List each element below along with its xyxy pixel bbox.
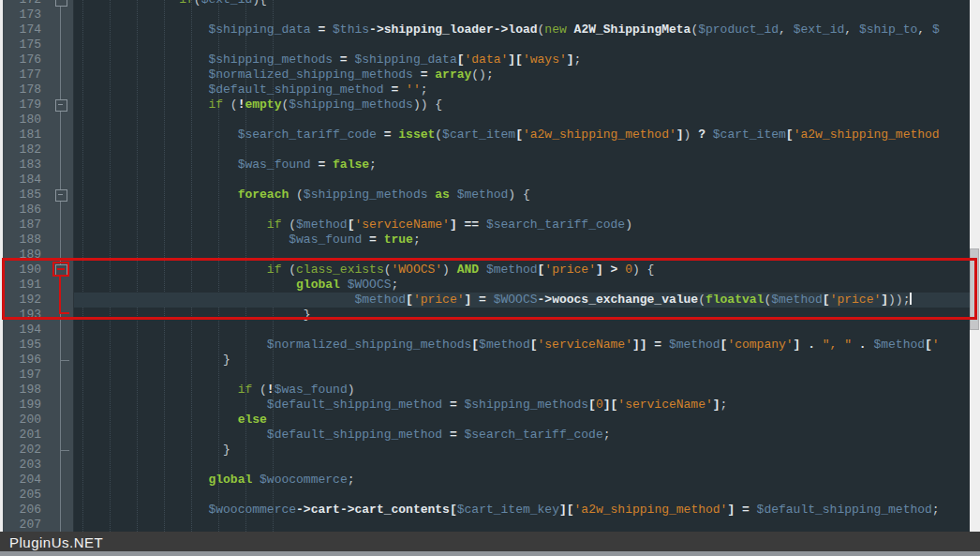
- code-line[interactable]: 201 $default_shipping_method = $search_t…: [0, 428, 970, 443]
- code-line[interactable]: 175: [0, 38, 970, 53]
- annotation-rectangle: [2, 258, 977, 320]
- annotation-fold-line: [59, 275, 61, 314]
- code-text: $default_shipping_method = $search_tarif…: [77, 428, 611, 443]
- footer-bottom-strip: [0, 551, 980, 556]
- annotation-fold-corner: [59, 312, 69, 314]
- code-line[interactable]: 173: [0, 8, 970, 23]
- code-line[interactable]: 184: [0, 173, 970, 188]
- code-line[interactable]: 179 if (!empty($shipping_methods)) {: [0, 98, 970, 113]
- code-line[interactable]: 194: [0, 323, 970, 338]
- code-text: foreach ($shipping_methods as $method) {: [77, 188, 530, 203]
- code-line[interactable]: 181 $search_tariff_code = isset($cart_it…: [0, 128, 970, 143]
- code-line[interactable]: 185 foreach ($shipping_methods as $metho…: [0, 188, 970, 203]
- code-text: if (!$was_found): [77, 383, 355, 398]
- code-line[interactable]: 202 }: [0, 443, 970, 458]
- code-text: $was_found = false;: [77, 158, 377, 173]
- code-text: if ($method['serviceName'] == $search_ta…: [77, 218, 632, 233]
- code-line[interactable]: 198 if (!$was_found): [0, 383, 970, 398]
- code-editor-window: 172 if($ext_id){173174 $shipping_data = …: [0, 0, 980, 556]
- code-text: $default_shipping_method = '';: [77, 83, 428, 98]
- code-text: if($ext_id){: [77, 0, 267, 8]
- code-text: $default_shipping_method = $shipping_met…: [77, 398, 727, 413]
- code-line[interactable]: 196 }: [0, 353, 970, 368]
- code-text: global $woocommerce;: [77, 473, 355, 488]
- code-line[interactable]: 182: [0, 143, 970, 158]
- fold-end-marker: [61, 360, 69, 361]
- code-line[interactable]: 199 $default_shipping_method = $shipping…: [0, 398, 970, 413]
- code-text: $shipping_data = $this->shipping_loader-…: [77, 23, 940, 38]
- code-text: $normalized_shipping_methods[$method['se…: [77, 338, 940, 353]
- code-line[interactable]: 205: [0, 488, 970, 503]
- code-line[interactable]: 203: [0, 458, 970, 473]
- code-line[interactable]: 186: [0, 203, 970, 218]
- fold-collapse-icon[interactable]: [55, 99, 67, 112]
- code-line[interactable]: 172 if($ext_id){: [0, 0, 970, 8]
- code-line[interactable]: 195 $normalized_shipping_methods[$method…: [0, 338, 970, 353]
- fold-collapse-icon[interactable]: [55, 189, 67, 202]
- code-line[interactable]: 200 else: [0, 413, 970, 428]
- code-line[interactable]: 207: [0, 518, 970, 532]
- code-text: }: [77, 353, 230, 368]
- code-line[interactable]: 187 if ($method['serviceName'] == $searc…: [0, 218, 970, 233]
- code-text: $shipping_methods = $shipping_data['data…: [77, 53, 581, 68]
- code-text: $woocommerce->cart->cart_contents[$cart_…: [77, 503, 940, 518]
- code-line[interactable]: 197: [0, 368, 970, 383]
- code-text: if (!empty($shipping_methods)) {: [77, 98, 442, 113]
- fold-end-marker: [61, 450, 69, 451]
- annotation-fold-box: [52, 262, 69, 277]
- footer-bar: PluginUs.NET: [0, 532, 980, 556]
- code-line[interactable]: 206 $woocommerce->cart->cart_contents[$c…: [0, 503, 970, 518]
- code-line[interactable]: 176 $shipping_methods = $shipping_data['…: [0, 53, 970, 68]
- code-line[interactable]: 174 $shipping_data = $this->shipping_loa…: [0, 23, 970, 38]
- brand-watermark: PluginUs.NET: [9, 534, 103, 550]
- code-text: $normalized_shipping_methods = array();: [77, 68, 494, 83]
- code-line[interactable]: 183 $was_found = false;: [0, 158, 970, 173]
- code-line[interactable]: 204 global $woocommerce;: [0, 473, 970, 488]
- code-line[interactable]: 188 $was_found = true;: [0, 233, 970, 248]
- code-text: $was_found = true;: [77, 233, 421, 248]
- code-line[interactable]: 180: [0, 113, 970, 128]
- code-line[interactable]: 177 $normalized_shipping_methods = array…: [0, 68, 970, 83]
- code-text: $search_tariff_code = isset($cart_item['…: [77, 128, 940, 143]
- fold-collapse-icon[interactable]: [55, 0, 67, 7]
- code-editor[interactable]: 172 if($ext_id){173174 $shipping_data = …: [0, 0, 980, 532]
- code-text: else: [77, 413, 267, 428]
- code-line[interactable]: 178 $default_shipping_method = '';: [0, 83, 970, 98]
- code-text: }: [77, 443, 230, 458]
